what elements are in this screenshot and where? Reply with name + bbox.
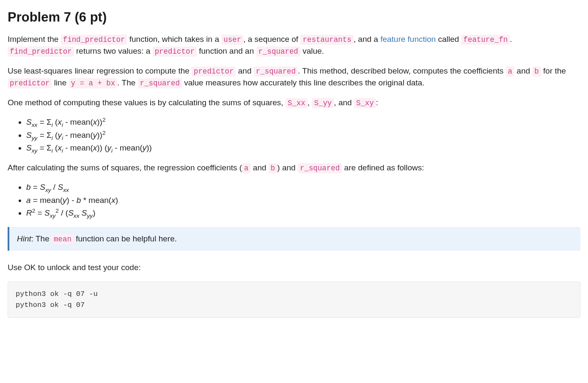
text: :: [376, 98, 378, 107]
formula-syy: Syy = Σi (yi - mean(y))2: [26, 129, 580, 142]
text: . The: [117, 78, 137, 87]
text: ,: [308, 98, 312, 107]
code-line: y = a + bx: [69, 78, 118, 88]
hint-label: Hint: [17, 234, 31, 243]
paragraph-intro: Implement the find_predictor function, w…: [8, 33, 580, 57]
ok-commands-codeblock: python3 ok -q 07 -u python3 ok -q 07: [8, 282, 580, 318]
code-predictor: predictor: [192, 66, 236, 77]
text: value.: [300, 47, 324, 55]
paragraph-coeffs: After calculating the sums of squares, t…: [8, 162, 580, 174]
text: and: [514, 66, 532, 75]
text: .: [510, 35, 512, 44]
formula-sxx: Sxx = Σi (xi - mean(x))2: [26, 116, 580, 129]
paragraph-sums: One method of computing these values is …: [8, 97, 580, 109]
feature-function-link[interactable]: feature function: [380, 35, 436, 44]
text: , a sequence of: [243, 35, 300, 44]
text: , and a: [354, 35, 380, 44]
paragraph-regression: Use least-squares linear regression to c…: [8, 65, 580, 89]
text: . This method, described below, computes…: [298, 66, 506, 75]
code-user: user: [221, 35, 243, 45]
text: , and: [334, 98, 354, 107]
code-r-squared: r_squared: [298, 163, 342, 173]
sums-of-squares-list: Sxx = Σi (xi - mean(x))2 Syy = Σi (yi - …: [8, 116, 580, 154]
code-a: a: [242, 163, 250, 173]
text: One method of computing these values is …: [8, 98, 286, 107]
hint-block: Hint: The mean function can be helpful h…: [8, 227, 580, 251]
text: function and an: [197, 47, 256, 55]
code-b: b: [532, 66, 541, 77]
text: After calculating the sums of squares, t…: [8, 163, 242, 172]
code-mean: mean: [52, 234, 74, 244]
text: and: [236, 66, 253, 75]
text: returns two values: a: [74, 47, 153, 55]
code-r-squared: r_squared: [254, 66, 298, 77]
code-sxx: S_xx: [286, 98, 308, 108]
formula-a: a = mean(y) - b * mean(x): [26, 194, 580, 207]
text: called: [436, 35, 461, 44]
code-find-predictor: find_predictor: [61, 35, 127, 45]
text: function can be helpful here.: [74, 234, 177, 243]
text: Implement the: [8, 35, 61, 44]
problem-heading: Problem 7 (6 pt): [8, 8, 580, 27]
text: are defined as follows:: [342, 163, 424, 172]
code-predictor: predictor: [8, 78, 52, 88]
text: and: [251, 163, 269, 172]
text: for the: [541, 66, 566, 75]
text: line: [52, 78, 69, 87]
formula-sxy: Sxy = Σi (xi - mean(x)) (yi - mean(y)): [26, 142, 580, 154]
text: ) and: [277, 163, 298, 172]
text: value measures how accurately this line …: [182, 78, 424, 87]
text: : The: [31, 234, 52, 243]
formula-r2: R2 = Sxy2 / (Sxx Syy): [26, 207, 580, 219]
text: function, which takes in a: [127, 35, 221, 44]
code-predictor: predictor: [153, 47, 197, 57]
code-find-predictor: find_predictor: [8, 47, 74, 57]
paragraph-ok: Use OK to unlock and test your code:: [8, 262, 580, 274]
code-r-squared: r_squared: [256, 47, 300, 57]
code-sxy: S_xy: [354, 98, 376, 108]
code-a: a: [506, 66, 514, 77]
code-syy: S_yy: [312, 98, 334, 108]
coeffs-list: b = Sxy / Sxx a = mean(y) - b * mean(x) …: [8, 181, 580, 219]
code-restaurants: restaurants: [300, 35, 353, 45]
text: Use least-squares linear regression to c…: [8, 66, 192, 75]
code-r-squared: r_squared: [138, 78, 182, 88]
code-b: b: [269, 163, 277, 173]
code-feature-fn: feature_fn: [461, 35, 510, 45]
formula-b: b = Sxy / Sxx: [26, 181, 580, 194]
